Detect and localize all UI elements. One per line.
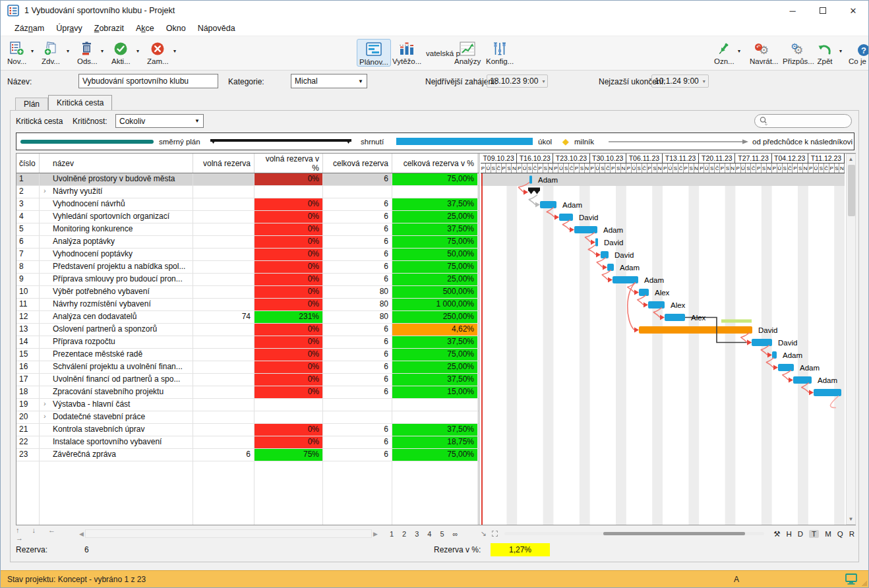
zoom-level-D[interactable]: D [798,530,803,538]
table-row[interactable]: 4Vyhledání sportovních organizací0%625,0… [16,211,479,223]
table-cell[interactable]: ›Návrhy využití [40,186,193,198]
zoom-level-T[interactable]: T [809,530,819,538]
column-header[interactable]: číslo [16,154,40,173]
gantt-task-bar[interactable] [613,276,638,283]
page-button[interactable]: 5 [440,530,444,538]
gantt-task-start-tick[interactable] [595,239,598,247]
table-cell[interactable] [193,436,255,448]
table-cell[interactable]: 6 [323,198,392,210]
page-button[interactable]: 4 [427,530,431,538]
column-header[interactable]: volná rezerva [193,154,255,173]
criticality-select[interactable]: Cokoliv▼ [115,114,204,128]
search-input[interactable] [754,114,852,128]
table-cell[interactable] [193,211,255,223]
diagonal-arrow-icon[interactable]: ↘ [480,529,486,538]
table-cell[interactable]: 1 [16,173,40,185]
table-cell[interactable] [193,236,255,248]
menu-item[interactable]: Záznam [9,22,50,35]
table-cell[interactable]: Vyhodnocení poptávky [40,249,193,260]
mark-dropdown-arrow[interactable]: ▾ [738,48,740,54]
gantt-task-bar[interactable] [639,289,649,296]
table-cell[interactable]: 25,00% [392,361,478,373]
table-cell[interactable]: 1 000,00% [392,299,478,310]
table-row[interactable]: 9Příprava smlouvy pro budoucí pron...0%6… [16,274,479,286]
table-row[interactable]: 12Analýza cen dodavatelů74231%80250,00% [16,311,479,324]
table-row[interactable]: 14Příprava rozpočtu0%637,50% [16,336,479,349]
table-cell[interactable]: 37,50% [392,198,478,210]
table-cell[interactable]: 15,00% [392,386,478,398]
table-cell[interactable]: 0% [255,223,323,235]
mark-button[interactable]: Ozn... [714,39,734,65]
table-cell[interactable]: Vyhledání sportovních organizací [40,211,193,223]
tab-critical-path[interactable]: Kritická cesta [48,95,112,110]
table-cell[interactable]: 0% [255,249,323,260]
gantt-hscrollbar[interactable] [504,532,765,535]
undo-dropdown-arrow[interactable]: ▾ [839,48,842,54]
table-cell[interactable] [193,386,255,398]
table-cell[interactable]: Příprava smlouvy pro budoucí pron... [40,274,193,285]
table-row[interactable]: 23Závěrečná zpráva675%675,00% [16,449,479,461]
column-header[interactable]: volná rezerva v % [255,154,323,173]
zoom-level-H[interactable]: H [786,530,791,538]
expand-chevron-icon[interactable]: › [44,399,46,407]
zoom-tools-icon[interactable]: ⚒ [773,529,780,539]
table-cell[interactable]: Zpracování stavebního projektu [40,386,193,398]
table-row[interactable]: 22Instalace sportovního vybavení0%618,75… [16,436,479,449]
table-cell[interactable]: 13 [16,324,40,336]
table-cell[interactable]: 6 [323,349,392,361]
table-cell[interactable]: 6 [323,424,392,436]
delete-button[interactable]: Ods... [77,39,98,65]
scrollbar-thumb[interactable] [603,532,745,535]
table-cell[interactable] [392,186,478,198]
table-cell[interactable]: 6 [323,173,392,185]
latest-end-combo[interactable]: 10.1.24 9:00▾ [651,74,709,88]
table-cell[interactable]: Monitoring konkurence [40,223,193,235]
table-cell[interactable]: Vyhodnocení návrhů [40,198,193,210]
table-cell[interactable] [392,399,478,411]
table-cell[interactable]: 6 [323,236,392,248]
table-cell[interactable] [193,186,255,198]
table-cell[interactable]: 0% [255,261,323,273]
table-cell[interactable] [193,173,255,185]
table-cell[interactable]: 37,50% [392,223,478,235]
utilization-button[interactable]: Vytěžo... [392,39,421,65]
table-cell[interactable]: 0% [255,211,323,223]
table-cell[interactable]: 25,00% [392,274,478,285]
gantt-task-bar[interactable] [559,214,573,221]
table-cell[interactable]: Návrhy rozmístění vybavení [40,299,193,310]
table-row[interactable]: 20›Dodatečné stavební práce [16,411,479,424]
table-cell[interactable]: Závěrečná zpráva [40,449,193,461]
table-cell[interactable]: 0% [255,349,323,361]
table-cell[interactable]: Uvolnění financí od partnerů a spo... [40,374,193,386]
table-cell[interactable] [193,274,255,285]
table-row[interactable]: 5Monitoring konkurence0%637,50% [16,223,479,236]
gantt-task-bar[interactable] [601,251,609,258]
gantt-critical-bar[interactable] [639,326,752,334]
expand-chevron-icon[interactable]: › [44,412,46,420]
table-cell[interactable]: 500,00% [392,286,478,298]
gantt-vertical-scrollbar[interactable]: ▲ ▼ [846,154,856,525]
table-cell[interactable] [193,361,255,373]
new-button[interactable]: Nov... [7,39,26,65]
whats-this-button[interactable]: ? Co je to? [849,39,869,65]
table-cell[interactable]: 18 [16,386,40,398]
table-cell[interactable]: 0% [255,236,323,248]
table-cell[interactable]: 75,00% [392,173,478,185]
close-button[interactable]: ✕ [838,1,868,20]
table-cell[interactable] [193,374,255,386]
resize-grip[interactable] [862,581,867,586]
table-cell[interactable] [255,186,323,198]
table-cell[interactable]: 2 [16,186,40,198]
scroll-left-icon[interactable]: ◀ [79,531,84,537]
table-cell[interactable]: 6 [323,449,392,461]
row-nav-arrows[interactable]: ↑ ↓ ← → [16,526,75,542]
table-cell[interactable]: 75,00% [392,349,478,361]
table-row[interactable]: 8Představení projektu a nabídka spol...0… [16,261,479,274]
table-row[interactable]: 7Vyhodnocení poptávky0%650,00% [16,249,479,261]
table-cell[interactable]: Představení projektu a nabídka spol... [40,261,193,273]
column-header[interactable]: celková rezerva [323,154,392,173]
table-cell[interactable]: 15 [16,349,40,361]
table-cell[interactable] [193,336,255,348]
table-cell[interactable]: 19 [16,399,40,411]
table-cell[interactable] [193,261,255,273]
